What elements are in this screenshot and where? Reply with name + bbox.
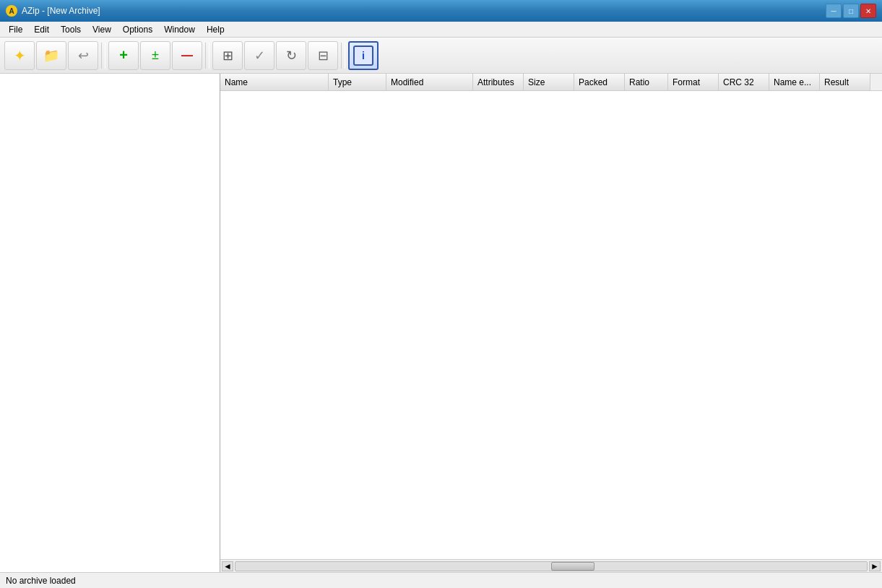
toolbar-btn-back[interactable]: ↩ [68, 41, 98, 70]
menu-item-options[interactable]: Options [117, 22, 158, 37]
toolbar-btn-convert[interactable]: ⊟ [308, 41, 338, 70]
toolbar-btn-info[interactable]: i [348, 41, 379, 70]
col-header-attributes[interactable]: Attributes [473, 74, 524, 90]
folder-tree-panel[interactable] [0, 74, 220, 572]
toolbar-btn-open[interactable]: 📁 [36, 41, 66, 70]
col-header-type[interactable]: Type [329, 74, 386, 90]
toolbar-btn-add-folder[interactable]: ± [140, 41, 170, 70]
maximize-button[interactable]: □ [843, 4, 859, 18]
toolbar-btn-add-file[interactable]: + [108, 41, 139, 70]
menu-item-tools[interactable]: Tools [55, 22, 87, 37]
menu-item-window[interactable]: Window [158, 22, 201, 37]
app-icon: A [6, 5, 17, 17]
file-list-panel: NameTypeModifiedAttributesSizePackedRati… [220, 74, 882, 572]
toolbar-separator [205, 43, 209, 69]
toolbar-btn-new[interactable]: ✦ [4, 41, 35, 70]
column-headers: NameTypeModifiedAttributesSizePackedRati… [220, 74, 882, 91]
col-header-name[interactable]: Name [220, 74, 329, 90]
menu-item-edit[interactable]: Edit [28, 22, 55, 37]
file-list[interactable] [220, 91, 882, 559]
toolbar-btn-test[interactable]: ✓ [244, 41, 274, 70]
title-bar-left: A AZip - [New Archive] [6, 5, 100, 17]
menu-item-file[interactable]: File [3, 22, 28, 37]
toolbar-separator [341, 43, 345, 69]
title-bar: A AZip - [New Archive] ─ □ ✕ [0, 0, 882, 22]
toolbar-btn-refresh[interactable]: ↻ [276, 41, 306, 70]
main-area: NameTypeModifiedAttributesSizePackedRati… [0, 74, 882, 572]
toolbar: ✦📁↩+±—⊞✓↻⊟i [0, 38, 882, 74]
col-header-ratio[interactable]: Ratio [625, 74, 668, 90]
toolbar-btn-extract[interactable]: ⊞ [212, 41, 243, 70]
scroll-track[interactable] [235, 561, 868, 571]
col-header-crc32[interactable]: CRC 32 [719, 74, 769, 90]
close-button[interactable]: ✕ [860, 4, 876, 18]
minimize-button[interactable]: ─ [826, 4, 842, 18]
menu-bar: FileEditToolsViewOptionsWindowHelp [0, 22, 882, 38]
col-header-modified[interactable]: Modified [386, 74, 473, 90]
col-header-result[interactable]: Result [820, 74, 870, 90]
col-header-format[interactable]: Format [668, 74, 719, 90]
col-header-size[interactable]: Size [524, 74, 574, 90]
scroll-thumb[interactable] [551, 562, 595, 571]
status-bar: No archive loaded [0, 572, 882, 588]
toolbar-btn-remove[interactable]: — [172, 41, 202, 70]
menu-item-view[interactable]: View [87, 22, 117, 37]
scroll-right-button[interactable]: ► [869, 561, 881, 571]
title-text: AZip - [New Archive] [22, 6, 100, 16]
col-header-nameenc[interactable]: Name e... [769, 74, 820, 90]
menu-item-help[interactable]: Help [201, 22, 230, 37]
status-text: No archive loaded [6, 576, 76, 586]
toolbar-separator [101, 43, 105, 69]
horizontal-scrollbar[interactable]: ◄ ► [220, 559, 882, 572]
title-bar-controls: ─ □ ✕ [826, 4, 876, 18]
scroll-left-button[interactable]: ◄ [222, 561, 233, 571]
col-header-packed[interactable]: Packed [574, 74, 625, 90]
